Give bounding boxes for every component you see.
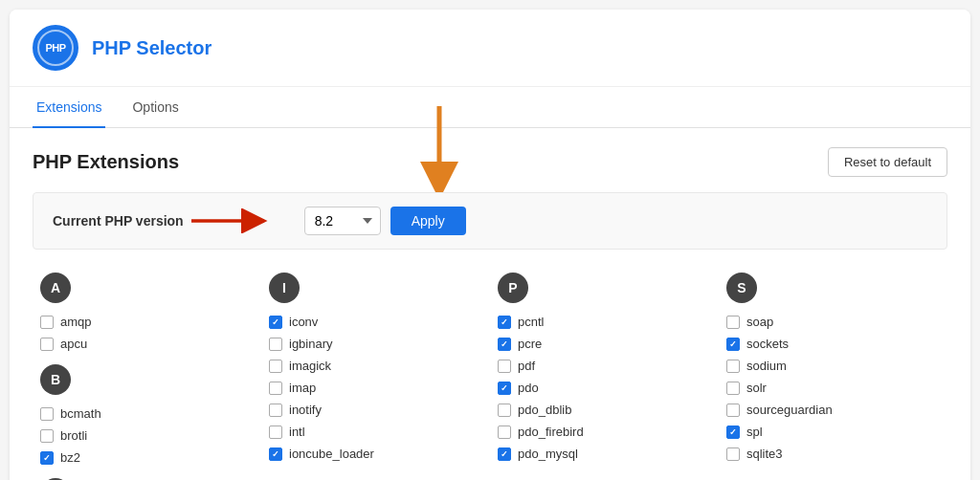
checkbox-amqp[interactable] [40,316,54,329]
list-item: brotli [40,425,254,447]
version-controls: 7.4 8.0 8.1 8.2 8.3 Apply [304,207,466,235]
checkbox-imap[interactable] [269,382,282,395]
list-item: bcmath [40,403,254,425]
list-item: intl [269,421,482,443]
list-item: pdo_dblib [498,399,711,421]
apply-button[interactable]: Apply [390,207,466,235]
checkbox-pdo-firebird[interactable] [498,425,511,439]
list-item: imagick [269,355,482,377]
list-item: amqp [40,311,254,333]
list-item: pdf [498,355,711,377]
checkbox-pcre[interactable] [498,338,511,351]
list-item: igbinary [269,333,482,355]
checkbox-spl[interactable] [726,425,740,439]
checkbox-pdo-dblib[interactable] [498,404,511,417]
list-item: pdo_mysql [498,443,711,465]
list-item: sqlite3 [726,443,940,465]
version-bar: Current PHP version 7.4 8.0 8.1 8.2 8.3 … [33,192,947,250]
tab-options[interactable]: Options [128,88,182,128]
extensions-grid: A amqp apcu B bcmath brotli [33,273,947,480]
reset-to-default-button[interactable]: Reset to default [828,147,947,177]
checkbox-ioncube-loader[interactable] [269,447,282,461]
checkbox-pdo-mysql[interactable] [498,447,511,461]
red-arrow-icon [191,208,278,233]
letter-badge-s: S [726,273,757,303]
list-item: pdo [498,377,711,399]
list-item: inotify [269,399,482,421]
letter-badge-b: B [40,364,71,395]
letter-badge-p: P [498,273,528,303]
list-item: bz2 [40,447,254,469]
section-header: PHP Extensions Reset to default [33,147,947,177]
php-logo: PHP [33,25,78,71]
checkbox-pcntl[interactable] [498,316,511,329]
list-item: spl [726,421,940,443]
checkbox-brotli[interactable] [40,429,54,443]
version-label: Current PHP version [53,213,184,229]
version-select[interactable]: 7.4 8.0 8.1 8.2 8.3 [304,207,381,235]
checkbox-pdf[interactable] [498,360,511,373]
column-i: I iconv igbinary imagick imap [261,273,490,480]
checkbox-sockets[interactable] [726,338,740,351]
header: PHP PHP Selector [10,10,970,87]
checkbox-intl[interactable] [269,425,282,439]
checkbox-soap[interactable] [726,316,740,329]
checkbox-sodium[interactable] [726,360,740,373]
list-item: sourceguardian [726,399,940,421]
list-item: ioncube_loader [269,443,482,465]
list-item: sodium [726,355,940,377]
checkbox-pdo[interactable] [498,382,511,395]
column-p: P pcntl pcre pdf pdo [490,273,719,480]
list-item: soap [726,311,940,333]
list-item: apcu [40,333,254,355]
tab-bar: Extensions Options [10,87,970,128]
section-title: PHP Extensions [33,151,179,173]
main-content: PHP Extensions Reset to default [10,128,970,480]
column-abc: A amqp apcu B bcmath brotli [33,273,261,480]
letter-badge-i: I [269,273,300,303]
checkbox-inotify[interactable] [269,404,282,417]
checkbox-bcmath[interactable] [40,407,54,421]
column-s: S soap sockets sodium solr [719,273,947,480]
tab-extensions[interactable]: Extensions [33,88,105,128]
app-title: PHP Selector [92,37,212,59]
checkbox-imagick[interactable] [269,360,282,373]
checkbox-sqlite3[interactable] [726,447,740,461]
list-item: imap [269,377,482,399]
checkbox-bz2[interactable] [40,451,54,465]
list-item: pdo_firebird [498,421,711,443]
list-item: iconv [269,311,482,333]
checkbox-igbinary[interactable] [269,338,282,351]
checkbox-iconv[interactable] [269,316,282,329]
list-item: pcntl [498,311,711,333]
letter-badge-a: A [40,273,71,303]
list-item: sockets [726,333,940,355]
checkbox-sourceguardian[interactable] [726,404,740,417]
list-item: solr [726,377,940,399]
checkbox-apcu[interactable] [40,338,54,351]
checkbox-solr[interactable] [726,382,740,395]
list-item: pcre [498,333,711,355]
